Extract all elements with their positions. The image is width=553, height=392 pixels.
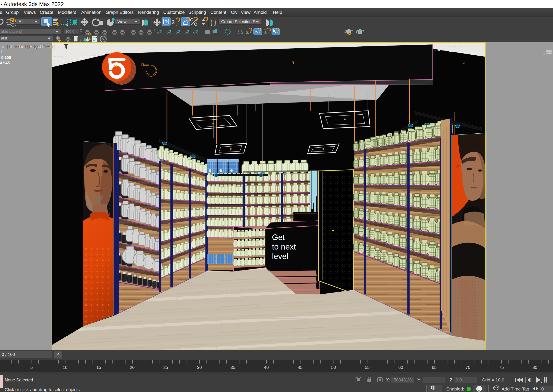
svg-text:ault): ault) [1, 36, 8, 40]
svg-text:0: 0 [541, 387, 544, 391]
svg-text:All: All [19, 19, 23, 24]
svg-text:0,0: 0,0 [456, 378, 462, 382]
svg-text:A: A [241, 32, 243, 35]
svg-text:{ }: { } [210, 19, 216, 26]
svg-text:Get: Get [272, 233, 285, 242]
svg-text:2: 2 [171, 19, 175, 26]
svg-text:ive ] [Standard ] [Edged Fac: ive ] [Standard ] [Edged Faces ] [0, 44, 55, 49]
svg-text:1: 1 [478, 387, 480, 391]
svg-text:100,0: 100,0 [65, 30, 75, 34]
svg-text:Add Time Tag: Add Time Tag [502, 386, 529, 391]
svg-text:5: 5 [175, 22, 177, 26]
svg-text:-58348,281: -58348,281 [392, 378, 414, 382]
svg-text:Grid = 10,0: Grid = 10,0 [482, 377, 504, 382]
svg-text:5 100: 5 100 [1, 56, 11, 60]
svg-text:View: View [117, 19, 127, 24]
svg-text:able Layers): able Layers) [1, 29, 22, 34]
svg-text:level: level [272, 252, 288, 261]
svg-text:l: l [1, 49, 2, 54]
svg-text:Enabled:: Enabled: [446, 386, 464, 391]
svg-text:X:: X: [386, 377, 390, 382]
svg-text:?: ? [102, 37, 104, 42]
svg-text:Y:: Y: [417, 377, 421, 382]
svg-text:Z:: Z: [450, 377, 454, 382]
svg-text:FRONT: FRONT [546, 51, 552, 53]
svg-text:4 945: 4 945 [0, 61, 10, 65]
svg-text:Create Selection Set: Create Selection Set [221, 19, 259, 24]
svg-text:to next: to next [272, 242, 296, 251]
